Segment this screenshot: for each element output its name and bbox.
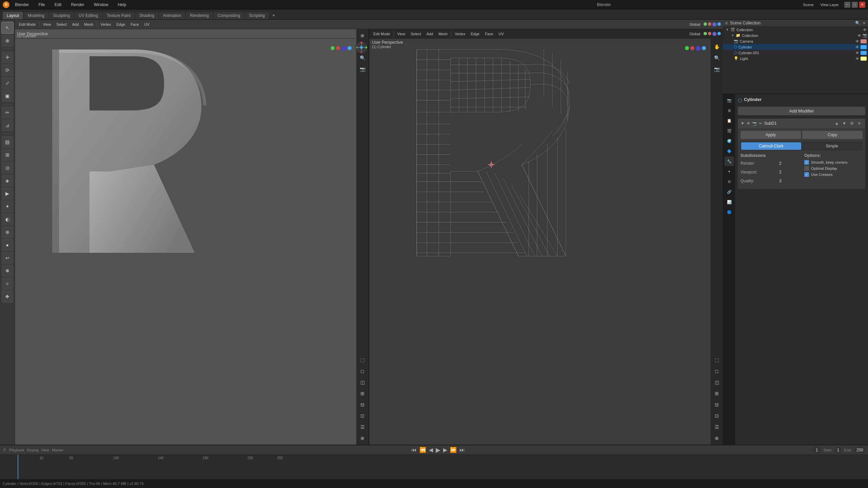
menu-file[interactable]: File [36, 2, 47, 8]
close-button[interactable]: ✕ [859, 2, 865, 8]
tool-inset[interactable]: ◎ [1, 162, 14, 174]
tab-texture-paint[interactable]: Texture Paint [103, 12, 135, 19]
rv-view-menu[interactable]: View [395, 31, 408, 37]
timeline-body[interactable]: 10 50 100 140 190 230 250 [0, 455, 868, 479]
tool-cursor[interactable]: ⊕ [1, 35, 14, 47]
visibility-icon-light[interactable]: 👁 [855, 57, 859, 61]
outliner-filter[interactable]: ▼ [862, 21, 866, 25]
tool-rotate[interactable]: ⟳ [1, 64, 14, 76]
tool-knife[interactable]: ✦ [1, 200, 14, 212]
rv-gizmo-v7[interactable]: ☰ [712, 422, 722, 432]
current-frame-display[interactable]: 1 [813, 447, 821, 453]
tab-compositing[interactable]: Compositing [214, 12, 244, 19]
prop-tab-view-layer[interactable]: 📋 [725, 116, 734, 125]
play-end-button[interactable]: ⏭ [459, 447, 465, 453]
tab-modeling[interactable]: Modeling [24, 12, 48, 19]
optimal-display-checkbox[interactable] [804, 166, 809, 171]
lv-select-menu[interactable]: Select [54, 22, 69, 27]
lv-mesh-menu[interactable]: Mesh [82, 22, 95, 27]
quality-value[interactable]: 3 [777, 178, 799, 184]
mod-settings-icon[interactable]: ⚙ [848, 120, 855, 127]
tool-add-cube[interactable]: ▧ [1, 136, 14, 148]
gizmo-view5[interactable]: ⊟ [357, 400, 368, 410]
prop-tab-output[interactable]: 🖥 [725, 106, 734, 115]
apply-button[interactable]: Apply [741, 131, 801, 139]
tab-sculpting[interactable]: Sculpting [49, 12, 74, 19]
playback-menu[interactable]: Playback [9, 448, 24, 452]
tab-uv-editing[interactable]: UV Editing [75, 12, 102, 19]
modifier-expand-icon[interactable]: ▼ [741, 121, 745, 126]
lv-uv-menu[interactable]: UV [142, 22, 152, 27]
menu-help[interactable]: Help [115, 2, 129, 8]
gizmo-camera[interactable]: 📷 [357, 64, 368, 74]
rv-mode-select[interactable]: Edit Mode [371, 31, 392, 37]
prop-tab-particles[interactable]: ✦ [725, 167, 734, 176]
prop-tab-constraints[interactable]: 🔗 [725, 187, 734, 197]
tool-transform[interactable]: ▣ [1, 90, 14, 102]
menu-edit[interactable]: Edit [52, 2, 64, 8]
maximize-button[interactable]: □ [852, 2, 858, 8]
visibility-icon-scene[interactable]: 👁 [863, 28, 867, 32]
tool-scale[interactable]: ⤢ [1, 77, 14, 89]
rv-mesh-menu[interactable]: Mesh [436, 31, 450, 37]
tool-smooth[interactable]: ● [1, 239, 14, 251]
next-keyframe-button[interactable]: ▶ [443, 447, 447, 453]
play-button[interactable]: ▶ [436, 446, 440, 454]
tab-rendering[interactable]: Rendering [186, 12, 213, 19]
outliner-camera[interactable]: 📷 Camera 👁 [723, 38, 868, 44]
prop-tab-scene[interactable]: 🎬 [725, 126, 734, 136]
tool-edge-slide[interactable]: ↩ [1, 252, 14, 264]
rv-gizmo-camera[interactable]: 📷 [712, 64, 722, 74]
lv-view-menu[interactable]: View [41, 22, 53, 27]
lv-face-menu[interactable]: Face [129, 22, 141, 27]
tool-annotate[interactable]: ✏ [1, 106, 14, 119]
viewport-value[interactable]: 2 [777, 169, 799, 176]
modifier-render-icon[interactable]: 📷 [752, 121, 757, 126]
next-frame-button[interactable]: ⏩ [450, 447, 457, 453]
rv-gizmo-v3[interactable]: ◫ [712, 377, 722, 387]
tool-loop-cut[interactable]: ▶ [1, 187, 14, 200]
tab-shading[interactable]: Shading [135, 12, 158, 19]
tab-layout[interactable]: Layout [3, 12, 23, 19]
tool-bevel[interactable]: ◈ [1, 175, 14, 187]
gizmo-view2[interactable]: ◻ [357, 366, 368, 376]
use-creases-checkbox[interactable]: ✓ [804, 172, 809, 177]
play-start-button[interactable]: ⏮ [411, 447, 417, 453]
tool-shrink-fatten[interactable]: ❅ [1, 265, 14, 277]
lv-mode-select[interactable]: Edit Mode [17, 22, 38, 27]
tool-measure[interactable]: ⊿ [1, 119, 14, 131]
mod-close-icon[interactable]: ✕ [856, 120, 863, 127]
prop-tab-object[interactable]: 🔷 [725, 146, 734, 156]
rv-gizmo-zoom[interactable]: 🔍 [712, 53, 722, 63]
gizmo-view1[interactable]: ⬚ [357, 355, 368, 365]
add-workspace-button[interactable]: + [270, 11, 278, 19]
end-frame-input[interactable]: 250 [854, 447, 865, 453]
tool-move[interactable]: ✛ [1, 51, 14, 63]
rv-gizmo-pan[interactable]: ✋ [712, 42, 722, 52]
prop-tab-physics[interactable]: ⚙ [725, 177, 734, 186]
menu-render[interactable]: Render [68, 2, 87, 8]
outliner-cylinder001[interactable]: ⬡ Cylinder.001 👁 [723, 50, 868, 56]
gizmo-view8[interactable]: ⊕ [357, 433, 368, 443]
lv-edge-menu[interactable]: Edge [114, 22, 127, 27]
rv-gizmo-v1[interactable]: ⬚ [712, 355, 722, 365]
tool-select[interactable]: ↖ [1, 22, 14, 34]
tl-view-menu[interactable]: View [41, 448, 49, 452]
rv-gizmo-v5[interactable]: ⊟ [712, 400, 722, 410]
add-modifier-button[interactable]: Add Modifier [738, 107, 865, 115]
tool-rip[interactable]: ❖ [1, 290, 14, 303]
menu-blender[interactable]: Blender [12, 2, 32, 8]
prop-tab-world[interactable]: 🌍 [725, 136, 734, 146]
minimize-button[interactable]: ─ [844, 2, 850, 8]
tool-poly-build[interactable]: ◐ [1, 213, 14, 225]
left-viewport[interactable]: User Perspective (1) Cylinder [15, 29, 369, 445]
right-viewport[interactable]: Edit Mode View Select Add Mesh Vertex Ed… [369, 29, 723, 445]
menu-window[interactable]: Window [91, 2, 111, 8]
prev-keyframe-button[interactable]: ◀ [429, 447, 433, 453]
prop-tab-data[interactable]: 📊 [725, 197, 734, 207]
outliner-light[interactable]: 💡 Light 👁 [723, 56, 868, 61]
catmull-clark-tab[interactable]: Catmull-Clark [741, 142, 801, 150]
gizmo-view7[interactable]: ☰ [357, 422, 368, 432]
rv-gizmo-v6[interactable]: ⊡ [712, 411, 722, 421]
smooth-corners-checkbox[interactable]: ✓ [804, 160, 809, 165]
